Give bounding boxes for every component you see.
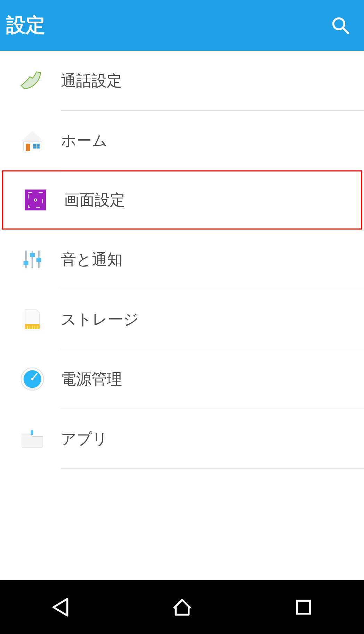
sdcard-icon (19, 306, 45, 332)
settings-item-label: 画面設定 (64, 190, 125, 210)
search-button[interactable] (323, 8, 358, 43)
settings-item-label: 電源管理 (61, 369, 122, 390)
settings-item-label: 通話設定 (61, 71, 122, 91)
page-title: 設定 (6, 12, 45, 39)
settings-item-home[interactable]: ホーム (0, 111, 364, 170)
nav-home-button[interactable] (161, 586, 203, 628)
svg-rect-26 (28, 388, 36, 390)
svg-marker-28 (53, 599, 67, 616)
svg-rect-4 (26, 144, 30, 151)
settings-item-call[interactable]: 通話設定 (0, 51, 364, 111)
settings-item-label: 音と通知 (61, 249, 122, 270)
settings-list: 通話設定 ホーム (0, 51, 364, 580)
settings-item-label: アプリ (61, 429, 108, 449)
navigation-bar (0, 580, 364, 634)
app-bar: 設定 (0, 0, 364, 51)
display-icon (23, 187, 48, 213)
home-icon (171, 596, 193, 618)
sliders-icon (19, 247, 45, 272)
svg-point-25 (31, 378, 33, 380)
settings-item-label: ストレージ (61, 309, 139, 330)
back-icon (50, 596, 72, 618)
settings-item-power[interactable]: 電源管理 (0, 349, 364, 409)
recent-icon (292, 596, 315, 618)
svg-marker-2 (21, 131, 43, 141)
gauge-icon (19, 366, 45, 392)
folder-icon (19, 426, 45, 452)
nav-back-button[interactable] (40, 586, 82, 628)
settings-item-apps[interactable]: アプリ (0, 409, 364, 469)
nav-recent-button[interactable] (283, 586, 324, 628)
phone-icon (19, 68, 45, 94)
svg-rect-16 (36, 258, 41, 262)
settings-item-storage[interactable]: ストレージ (0, 289, 364, 349)
settings-item-label: ホーム (61, 130, 107, 151)
svg-rect-29 (297, 601, 310, 613)
svg-rect-14 (23, 261, 28, 265)
settings-item-sound[interactable]: 音と通知 (0, 230, 364, 289)
svg-rect-27 (31, 430, 33, 435)
search-icon (331, 16, 350, 35)
svg-rect-15 (30, 253, 35, 257)
svg-line-1 (343, 28, 348, 33)
settings-item-display[interactable]: 画面設定 (2, 170, 362, 230)
house-icon (19, 128, 45, 153)
